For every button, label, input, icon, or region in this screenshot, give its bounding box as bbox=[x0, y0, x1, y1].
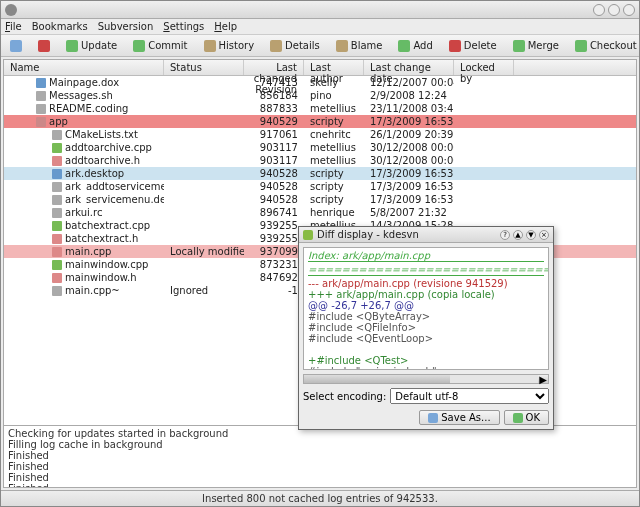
file-rev: 940528 bbox=[244, 181, 304, 192]
header-locked[interactable]: Locked by bbox=[454, 60, 514, 75]
delete-icon bbox=[449, 40, 461, 52]
menubar: FFileile Bookmarks Subversion Settings H… bbox=[1, 19, 639, 35]
header-date[interactable]: Last change date bbox=[364, 60, 454, 75]
commit-button[interactable]: Commit bbox=[128, 38, 192, 54]
ok-icon bbox=[513, 413, 523, 423]
file-icon bbox=[36, 78, 46, 88]
header-name[interactable]: Name bbox=[4, 60, 164, 75]
update-icon bbox=[66, 40, 78, 52]
file-date: 23/11/2008 03:45 bbox=[364, 103, 454, 114]
header-status[interactable]: Status bbox=[164, 60, 244, 75]
dialog-title: Diff display - kdesvn bbox=[317, 229, 497, 240]
dialog-up-button[interactable]: ▲ bbox=[513, 230, 523, 240]
stop-icon bbox=[38, 40, 50, 52]
status-text: Inserted 800 not cached log entries of 9… bbox=[202, 493, 438, 504]
dialog-buttons: Save As... OK bbox=[303, 410, 549, 425]
scrollbar-right-arrow[interactable]: ▶ bbox=[538, 375, 548, 383]
file-name: app bbox=[49, 116, 68, 127]
log-line: Finished bbox=[8, 483, 632, 487]
menu-help[interactable]: Help bbox=[214, 21, 237, 32]
close-button[interactable] bbox=[623, 4, 635, 16]
table-row[interactable]: Messages.sh856184pino2/9/2008 12:24 bbox=[4, 89, 636, 102]
file-icon bbox=[52, 221, 62, 231]
file-icon bbox=[52, 130, 62, 140]
log-panel: Checking for updates started in backgrou… bbox=[4, 425, 636, 487]
log-line: Finished bbox=[8, 450, 632, 461]
file-icon bbox=[52, 286, 62, 296]
save-as-button[interactable]: Save As... bbox=[419, 410, 499, 425]
file-date: 30/12/2008 00:00 bbox=[364, 155, 454, 166]
table-row[interactable]: arkui.rc896741henrique5/8/2007 21:32 bbox=[4, 206, 636, 219]
table-row[interactable]: app940529scripty17/3/2009 16:53 bbox=[4, 115, 636, 128]
file-icon bbox=[52, 208, 62, 218]
menu-subversion[interactable]: Subversion bbox=[98, 21, 154, 32]
encoding-select[interactable]: Default utf-8 bbox=[390, 388, 549, 404]
file-name: main.cpp bbox=[65, 246, 111, 257]
encoding-row: Select encoding: Default utf-8 bbox=[303, 388, 549, 404]
stop-button[interactable] bbox=[33, 38, 55, 54]
diff-add: +#include <QTest> bbox=[308, 355, 544, 366]
file-date: 17/3/2009 16:53 bbox=[364, 194, 454, 205]
table-row[interactable]: ark_addtoservicemenu.desktop940528script… bbox=[4, 180, 636, 193]
file-author: pino bbox=[304, 90, 364, 101]
dialog-close-button[interactable]: × bbox=[539, 230, 549, 240]
diff-blank bbox=[308, 344, 544, 355]
diff-text[interactable]: Index: ark/app/main.cpp ================… bbox=[303, 247, 549, 370]
file-name: ark_servicemenu.desktop bbox=[65, 194, 164, 205]
file-icon bbox=[36, 104, 46, 114]
commit-icon bbox=[133, 40, 145, 52]
update-button[interactable]: Update bbox=[61, 38, 122, 54]
merge-button[interactable]: Merge bbox=[508, 38, 564, 54]
menu-settings[interactable]: Settings bbox=[163, 21, 204, 32]
up-button[interactable] bbox=[5, 38, 27, 54]
file-name: addtoarchive.cpp bbox=[65, 142, 152, 153]
encoding-label: Select encoding: bbox=[303, 391, 386, 402]
file-rev: 903117 bbox=[244, 142, 304, 153]
menu-file[interactable]: FFileile bbox=[5, 21, 22, 32]
file-name: batchextract.cpp bbox=[65, 220, 150, 231]
header-revision[interactable]: Last changed Revision bbox=[244, 60, 304, 75]
history-button[interactable]: History bbox=[199, 38, 260, 54]
file-icon bbox=[52, 169, 62, 179]
file-author: henrique bbox=[304, 207, 364, 218]
file-name: main.cpp~ bbox=[65, 285, 120, 296]
file-status: Ignored bbox=[164, 285, 244, 296]
dialog-help-button[interactable]: ? bbox=[500, 230, 510, 240]
file-date: 5/8/2007 21:32 bbox=[364, 207, 454, 218]
file-rev: 873231 bbox=[244, 259, 304, 270]
file-name: batchextract.h bbox=[65, 233, 138, 244]
blame-button[interactable]: Blame bbox=[331, 38, 388, 54]
diff-dialog: Diff display - kdesvn ? ▲ ▼ × Index: ark… bbox=[298, 226, 554, 430]
file-icon bbox=[36, 91, 46, 101]
delete-button[interactable]: Delete bbox=[444, 38, 502, 54]
table-row[interactable]: addtoarchive.cpp903117metellius30/12/200… bbox=[4, 141, 636, 154]
dialog-hscrollbar[interactable]: ▶ bbox=[303, 374, 549, 384]
table-row[interactable]: README.coding887833metellius23/11/2008 0… bbox=[4, 102, 636, 115]
file-rev: -1 bbox=[244, 285, 304, 296]
dialog-down-button[interactable]: ▼ bbox=[526, 230, 536, 240]
minimize-button[interactable] bbox=[593, 4, 605, 16]
checkout-button[interactable]: Checkout bbox=[570, 38, 640, 54]
log-line: Filling log cache in background bbox=[8, 439, 632, 450]
file-icon bbox=[52, 195, 62, 205]
diff-ctx: #include <QByteArray> bbox=[308, 311, 544, 322]
ok-button[interactable]: OK bbox=[504, 410, 549, 425]
file-name: mainwindow.h bbox=[65, 272, 137, 283]
up-icon bbox=[10, 40, 22, 52]
details-button[interactable]: Details bbox=[265, 38, 325, 54]
scrollbar-thumb[interactable] bbox=[304, 375, 450, 383]
file-icon bbox=[52, 234, 62, 244]
maximize-button[interactable] bbox=[608, 4, 620, 16]
table-row[interactable]: ark.desktop940528scripty17/3/2009 16:53 bbox=[4, 167, 636, 180]
file-date: 17/3/2009 16:53 bbox=[364, 181, 454, 192]
header-author[interactable]: Last author bbox=[304, 60, 364, 75]
file-name: arkui.rc bbox=[65, 207, 102, 218]
table-row[interactable]: CMakeLists.txt917061cnehritc26/1/2009 20… bbox=[4, 128, 636, 141]
table-row[interactable]: ark_servicemenu.desktop940528scripty17/3… bbox=[4, 193, 636, 206]
add-button[interactable]: Add bbox=[393, 38, 437, 54]
diff-ctx: #include "mainwindow.h" bbox=[308, 366, 544, 370]
file-rev: 903117 bbox=[244, 155, 304, 166]
diff-ctx: #include <QFileInfo> bbox=[308, 322, 544, 333]
menu-bookmarks[interactable]: Bookmarks bbox=[32, 21, 88, 32]
table-row[interactable]: addtoarchive.h903117metellius30/12/2008 … bbox=[4, 154, 636, 167]
